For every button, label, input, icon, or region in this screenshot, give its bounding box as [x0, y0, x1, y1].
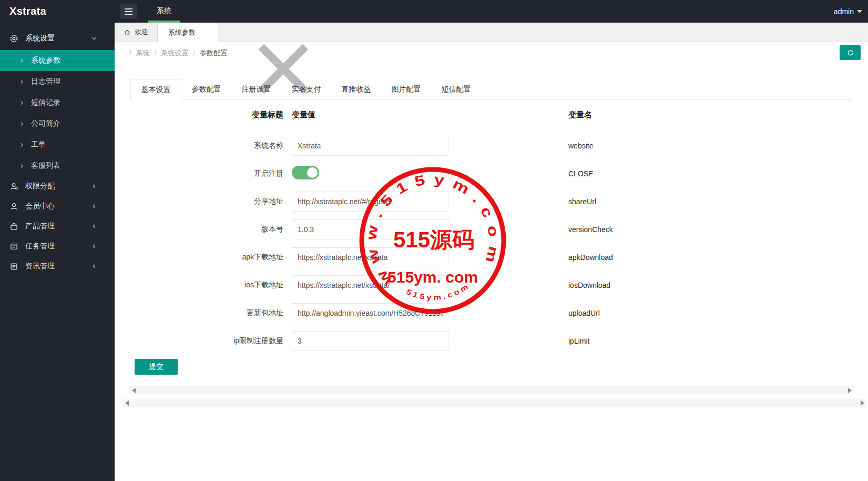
variable-name: CLOSE	[568, 169, 593, 178]
variable-name: apkDownload	[568, 253, 613, 262]
close-icon[interactable]	[205, 29, 210, 35]
variable-name: website	[568, 142, 593, 150]
breadcrumb-item[interactable]: 系统设置	[161, 48, 188, 58]
sidebar-item[interactable]: 任务管理	[0, 236, 115, 256]
user-menu[interactable]: admin	[834, 0, 862, 23]
settings-tab[interactable]: 直推收益	[331, 79, 381, 99]
field-label: 系统名称	[115, 141, 283, 151]
sidebar-submenu-item[interactable]: 客服列表	[0, 155, 115, 176]
form-row: apk下载地址 apkDownload	[115, 243, 868, 271]
chevron-right-icon	[19, 79, 25, 85]
admin-app: Xstrata 系统 admin 系统设置 系统参数 日志管理	[0, 0, 868, 481]
settings-tab[interactable]: 基本设置	[130, 79, 181, 100]
variable-name: iosDownload	[568, 281, 610, 289]
settings-tab[interactable]: 注册设置	[231, 79, 281, 99]
form-row: 开启注册 CLOSE	[115, 159, 868, 187]
breadcrumb-item[interactable]: 参数配置	[200, 48, 227, 58]
refresh-icon	[846, 49, 854, 57]
home-icon	[124, 28, 131, 36]
toggle-switch[interactable]	[292, 166, 319, 179]
chevron-left-icon	[91, 263, 97, 269]
field-input[interactable]	[292, 275, 448, 295]
scroll-right-arrow-icon[interactable]	[848, 388, 852, 393]
outer-horizontal-scrollbar[interactable]	[123, 399, 866, 407]
chevron-right-icon	[19, 163, 25, 169]
settings-tabs: 基本设置 参数配置 注册设置 实名支付 直推收益 图片配置 短信配置	[130, 79, 852, 100]
settings-tab[interactable]: 图片配置	[381, 79, 431, 99]
form-header-row: 变量标题 变量值 变量名	[115, 108, 868, 121]
username: admin	[834, 7, 854, 16]
field-input[interactable]	[292, 192, 448, 212]
chevron-right-icon	[19, 58, 25, 64]
chevron-right-icon	[19, 121, 25, 127]
main-area: 欢迎 系统参数 / 系统 / 系统设置	[115, 23, 868, 481]
sidebar-submenu-label: 客服列表	[31, 161, 60, 171]
chevron-left-icon	[91, 183, 97, 189]
sidebar-item-label: 产品管理	[25, 222, 55, 231]
sidebar-submenu-item[interactable]: 日志管理	[0, 71, 115, 92]
form-row: ios下载地址 iosDownload	[115, 271, 868, 299]
field-label: 版本号	[115, 225, 283, 234]
sidebar-items: 权限分配 会员中心 产品管理 任务管理	[0, 176, 115, 276]
field-input[interactable]	[292, 331, 448, 351]
scroll-left-arrow-icon[interactable]	[132, 388, 136, 393]
submit-button[interactable]: 提交	[135, 359, 178, 375]
settings-form: 系统名称 website 开启注册 CLOSE	[115, 132, 868, 355]
sidebar-submenu-item[interactable]: 公司简介	[0, 113, 115, 134]
field-label: 分享地址	[115, 197, 283, 206]
variable-name: ipLimit	[568, 337, 589, 345]
page-tab-home[interactable]: 欢迎	[115, 23, 158, 42]
form-row: 版本号 versionCheck	[115, 215, 868, 243]
sidebar-group-system-settings[interactable]: 系统设置	[0, 27, 115, 50]
field-input[interactable]	[292, 219, 448, 239]
sidebar-submenu-label: 系统参数	[31, 56, 60, 65]
scroll-right-arrow-icon[interactable]	[861, 400, 864, 406]
sidebar-submenu-item[interactable]: 短信记录	[0, 92, 115, 113]
settings-tab[interactable]: 实名支付	[281, 79, 331, 99]
refresh-button[interactable]	[840, 45, 861, 60]
sidebar-item-label: 权限分配	[25, 182, 55, 191]
field-input[interactable]	[292, 247, 448, 267]
sidebar-submenu-item[interactable]: 系统参数	[0, 50, 115, 71]
sidebar-submenu-item[interactable]: 工单	[0, 134, 115, 155]
page-tab-bar: 欢迎 系统参数	[115, 23, 868, 42]
topnav-tab-system[interactable]: 系统	[148, 0, 180, 23]
field-input[interactable]	[292, 136, 448, 156]
field-label: ip限制注册数量	[115, 336, 283, 346]
settings-tab[interactable]: 参数配置	[181, 79, 231, 99]
chevron-left-icon	[91, 243, 97, 249]
scroll-left-arrow-icon[interactable]	[125, 400, 129, 406]
variable-name: versionCheck	[568, 225, 613, 234]
sidebar-item-label: 资讯管理	[25, 262, 55, 271]
hamburger-menu-button[interactable]	[120, 4, 137, 19]
sidebar-submenu-label: 公司简介	[31, 119, 60, 128]
variable-name: shareUrl	[568, 197, 596, 206]
field-label: 开启注册	[115, 169, 283, 178]
sidebar-group-label: 系统设置	[25, 34, 55, 43]
field-label: apk下载地址	[115, 253, 283, 262]
inner-horizontal-scrollbar[interactable]	[130, 386, 854, 394]
form-row: ip限制注册数量 ipLimit	[115, 327, 868, 355]
sidebar-submenu-label: 日志管理	[31, 77, 60, 86]
field-input[interactable]	[292, 303, 448, 323]
top-header: Xstrata 系统 admin	[0, 0, 868, 23]
sidebar-item[interactable]: 权限分配	[0, 176, 115, 196]
variable-name: uploadUrl	[568, 309, 600, 317]
sidebar: 系统设置 系统参数 日志管理 短信记录	[0, 23, 115, 481]
sidebar-item[interactable]: 会员中心	[0, 196, 115, 216]
form-row: 更新包地址 uploadUrl	[115, 299, 868, 327]
field-label: 更新包地址	[115, 308, 283, 318]
chevron-right-icon	[19, 142, 25, 148]
settings-tab[interactable]: 短信配置	[431, 79, 481, 99]
chevron-right-icon	[19, 100, 25, 106]
chevron-down-icon	[91, 35, 97, 42]
sidebar-item[interactable]: 资讯管理	[0, 256, 115, 276]
form-row: 系统名称 website	[115, 132, 868, 159]
field-label: ios下载地址	[115, 280, 283, 290]
breadcrumb-item[interactable]: 系统	[136, 48, 150, 58]
page-tab-system-params[interactable]: 系统参数	[158, 23, 218, 42]
caret-down-icon	[857, 10, 862, 16]
breadcrumb: / 系统 / 系统设置 / 参数配置	[125, 48, 227, 58]
sidebar-item-label: 会员中心	[25, 202, 55, 211]
sidebar-item[interactable]: 产品管理	[0, 216, 115, 236]
